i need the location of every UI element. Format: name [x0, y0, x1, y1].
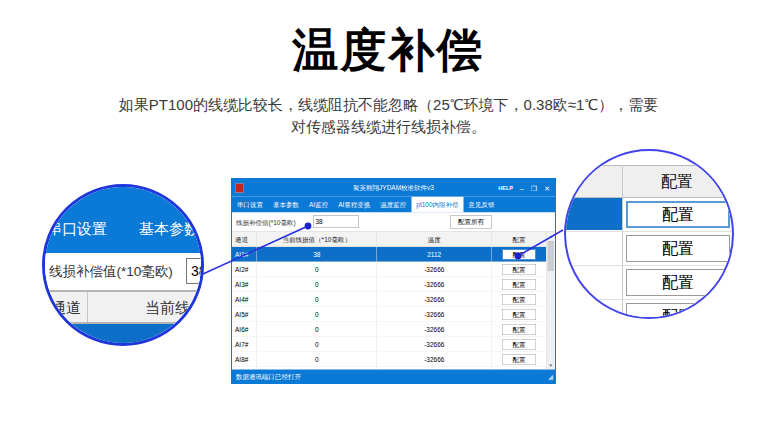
magnified-row-1: 配置: [566, 198, 732, 232]
table-scrollbar[interactable]: ▲ ▼: [546, 232, 555, 370]
config-button[interactable]: 配置: [502, 279, 536, 290]
status-text: 数据通讯端口已经打开: [236, 372, 301, 381]
magnified-table-header: 通道 当前线损值: [45, 290, 201, 324]
resize-grip-icon[interactable]: ◢: [548, 373, 553, 381]
table-row[interactable]: AI2# 0 -32666 配置: [232, 262, 555, 277]
cell-channel: AI4#: [232, 292, 257, 307]
loss-compensation-input[interactable]: 38: [313, 216, 359, 228]
table-row[interactable]: AI1# 38 2112 配置: [232, 247, 555, 262]
minimize-icon[interactable]: –: [520, 184, 524, 191]
tab[interactable]: 意见反馈: [464, 197, 500, 213]
app-window: 聚英翱翔JYDAM校准软件v3 HELP – ❐ ✕ 串口设置 基本参数 AI监…: [231, 178, 556, 384]
tab[interactable]: AI量程变换: [333, 197, 375, 213]
configure-all-button[interactable]: 配置所有: [450, 216, 492, 229]
tab[interactable]: 基本参数: [268, 197, 304, 213]
cell-channel: AI5#: [232, 307, 257, 322]
cell-temperature: -32666: [377, 307, 492, 322]
cell-channel: AI8#: [232, 352, 257, 367]
cell-loss: 38: [257, 247, 377, 262]
cell-channel: AI7#: [232, 337, 257, 352]
cell-config: 配置: [492, 322, 546, 337]
magnified-header-loss: 当前线损值: [145, 299, 204, 318]
table-body: AI1# 38 2112 配置 AI2# 0 -32666 配置: [232, 247, 555, 370]
tab[interactable]: pt100内阻补偿: [411, 197, 463, 213]
window-controls: HELP – ❐ ✕: [498, 184, 550, 191]
magnified-config-header-label: 配置: [622, 172, 732, 193]
cell-config: 配置: [492, 262, 546, 277]
help-button[interactable]: HELP: [498, 185, 513, 191]
scroll-up-icon[interactable]: ▲: [547, 232, 556, 240]
magnified-config-button: 配置: [626, 303, 730, 319]
magnified-toolbar: 线损补偿值(*10毫欧) 38: [45, 253, 201, 290]
magnified-tab-serial: 串口设置: [47, 220, 107, 239]
magnified-selected-cell: [566, 198, 622, 230]
window-titlebar: 聚英翱翔JYDAM校准软件v3 HELP – ❐ ✕: [232, 179, 555, 197]
cell-temperature: -32666: [377, 262, 492, 277]
cell-temperature: -32666: [377, 322, 492, 337]
table-row[interactable]: AI4# 0 -32666 配置: [232, 292, 555, 307]
channel-table: 通道 当前线损值（*10毫欧） 温度 配置 AI1# 38 2112 配置: [232, 232, 555, 370]
cell-loss: 0: [257, 322, 377, 337]
table-row[interactable]: AI6# 0 -32666 配置: [232, 322, 555, 337]
cell-config: 配置: [492, 247, 546, 262]
tab-bar: 串口设置 基本参数 AI监控 AI量程变换 温度监控 pt100内阻补偿 意见反…: [232, 197, 555, 213]
cell-config: 配置: [492, 337, 546, 352]
magnified-selected-row: [45, 324, 201, 346]
table-header-row: 通道 当前线损值（*10毫欧） 温度 配置: [232, 232, 555, 247]
config-button[interactable]: 配置: [502, 309, 536, 320]
magnified-tab-basic: 基本参数: [139, 220, 199, 239]
cell-temperature: -32666: [377, 277, 492, 292]
close-icon[interactable]: ✕: [544, 184, 550, 191]
magnified-row-2: 配置: [566, 232, 732, 266]
maximize-icon[interactable]: ❐: [531, 184, 537, 191]
page: 温度补偿 如果PT100的线缆比较长，线缆阻抗不能忽略（25℃环境下，0.38欧…: [0, 0, 777, 426]
description-line-2: 对传感器线缆进行线损补偿。: [0, 116, 777, 138]
magnified-header-channel: 通道: [51, 299, 81, 318]
tab[interactable]: 串口设置: [232, 197, 268, 213]
cell-loss: 0: [257, 292, 377, 307]
magnified-loss-label: 线损补偿值(*10毫欧): [49, 263, 173, 281]
page-description: 如果PT100的线缆比较长，线缆阻抗不能忽略（25℃环境下，0.38欧≈1℃），…: [0, 94, 777, 138]
cell-loss: 0: [257, 277, 377, 292]
cell-temperature: -32666: [377, 337, 492, 352]
column-divider: [87, 292, 88, 322]
tab[interactable]: 温度监控: [375, 197, 411, 213]
header-current-loss: 当前线损值（*10毫欧）: [257, 232, 377, 247]
config-button[interactable]: 配置: [502, 339, 536, 350]
cell-channel: AI1#: [232, 247, 257, 262]
cell-loss: 0: [257, 337, 377, 352]
header-channel: 通道: [232, 232, 257, 247]
config-button[interactable]: 配置: [502, 294, 536, 305]
scrollbar-thumb[interactable]: [548, 241, 555, 271]
header-config: 配置: [492, 232, 546, 247]
status-bar: 数据通讯端口已经打开 ◢: [232, 370, 555, 384]
magnified-config-header: 配置: [566, 165, 732, 198]
cell-config: 配置: [492, 292, 546, 307]
config-button[interactable]: 配置: [502, 249, 536, 260]
left-magnifier-circle: 串口设置 基本参数 线损补偿值(*10毫欧) 38 通道 当前线损值: [42, 184, 204, 346]
table-row[interactable]: AI7# 0 -32666 配置: [232, 337, 555, 352]
magnified-config-button: 配置: [626, 269, 730, 296]
scroll-down-icon[interactable]: ▼: [547, 362, 556, 370]
cell-temperature: -32666: [377, 352, 492, 367]
config-button[interactable]: 配置: [502, 354, 536, 365]
cell-channel: AI3#: [232, 277, 257, 292]
magnified-config-button: 配置: [626, 201, 730, 228]
cell-config: 配置: [492, 277, 546, 292]
tab[interactable]: AI监控: [304, 197, 333, 213]
cell-temperature: -32666: [377, 292, 492, 307]
table-row[interactable]: AI8# 0 -32666 配置: [232, 352, 555, 367]
config-button[interactable]: 配置: [502, 264, 536, 275]
description-line-1: 如果PT100的线缆比较长，线缆阻抗不能忽略（25℃环境下，0.38欧≈1℃），…: [0, 94, 777, 116]
config-button[interactable]: 配置: [502, 324, 536, 335]
magnified-loss-input: 38: [186, 258, 204, 284]
table-row[interactable]: AI3# 0 -32666 配置: [232, 277, 555, 292]
magnified-row-4: 配置: [566, 300, 732, 319]
cell-temperature: 2112: [377, 247, 492, 262]
cell-config: 配置: [492, 352, 546, 367]
magnified-tab-bar: 串口设置 基本参数: [45, 187, 201, 253]
table-row[interactable]: AI5# 0 -32666 配置: [232, 307, 555, 322]
cell-channel: AI6#: [232, 322, 257, 337]
loss-compensation-label: 线损补偿值(*10毫欧): [236, 219, 296, 228]
magnified-config-button: 配置: [626, 235, 730, 262]
